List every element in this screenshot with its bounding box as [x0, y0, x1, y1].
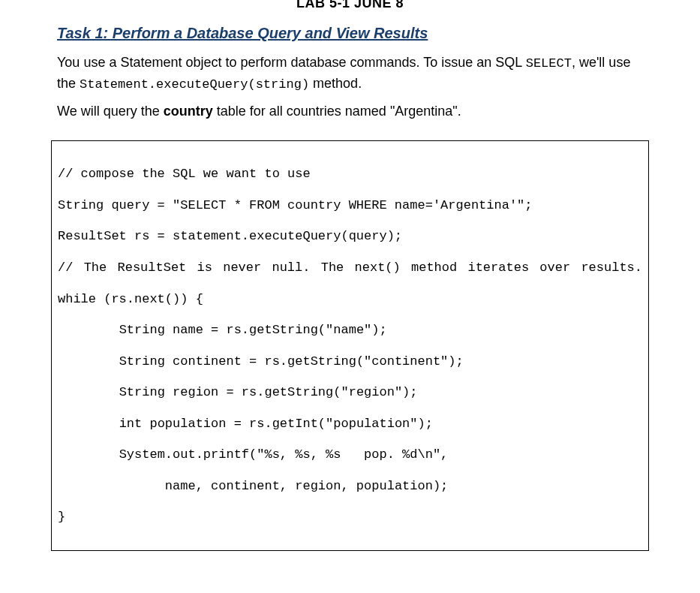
inline-code-executequery: Statement.executeQuery(string)	[80, 77, 309, 92]
code-line: ResultSet rs = statement.executeQuery(qu…	[58, 229, 642, 244]
code-block: // compose the SQL we want to use String…	[51, 140, 649, 551]
para2-bold: country	[164, 104, 213, 119]
code-line: String query = "SELECT * FROM country WH…	[58, 198, 642, 213]
document-page: LAB 5-1 JUNE 8 Task 1: Perform a Databas…	[0, 0, 700, 582]
code-line: String region = rs.getString("region");	[58, 385, 642, 400]
paragraph-2: We will query the country table for all …	[57, 101, 643, 121]
inline-code-select: SELECT	[526, 56, 572, 71]
lab-header: LAB 5-1 JUNE 8	[57, 0, 643, 11]
task-title: Task 1: Perform a Database Query and Vie…	[57, 25, 643, 42]
code-line: // The ResultSet is never null. The next…	[58, 260, 642, 275]
code-line: String name = rs.getString("name");	[58, 323, 642, 338]
code-line: String continent = rs.getString("contine…	[58, 354, 642, 369]
para2-text2: table for all countries named "Argentina…	[213, 104, 461, 119]
para2-text1: We will query the	[57, 104, 164, 119]
code-line: name, continent, region, population);	[58, 479, 642, 494]
code-line: while (rs.next()) {	[58, 292, 642, 307]
code-line: // compose the SQL we want to use	[58, 167, 642, 182]
code-line: int population = rs.getInt("population")…	[58, 417, 642, 432]
para1-text1: You use a Statement object to perform da…	[57, 55, 526, 70]
code-line: System.out.printf("%s, %s, %s pop. %d\n"…	[58, 447, 642, 462]
paragraph-1: You use a Statement object to perform da…	[57, 53, 643, 94]
code-line: }	[58, 510, 642, 525]
para1-text3: method.	[309, 76, 362, 91]
